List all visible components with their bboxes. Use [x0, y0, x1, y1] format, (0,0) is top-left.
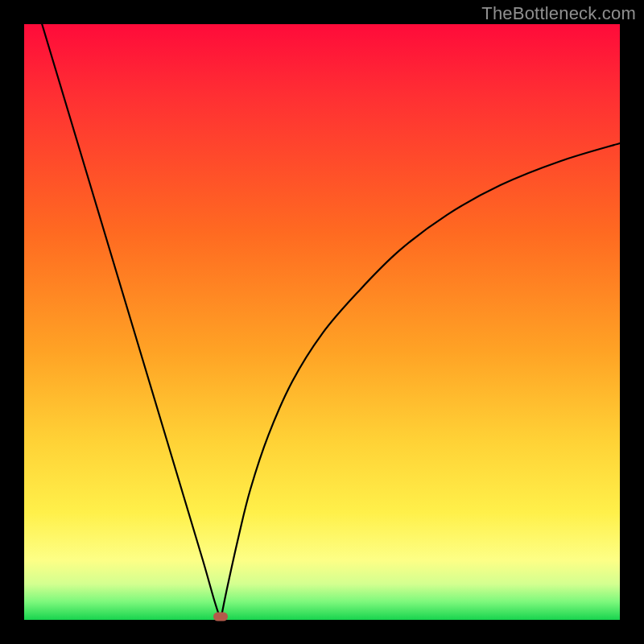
bottleneck-curve-left	[42, 24, 221, 620]
watermark-text: TheBottleneck.com	[481, 3, 636, 24]
bottleneck-curve-right	[221, 143, 620, 620]
bottleneck-minimum-marker	[213, 613, 228, 621]
chart-curve-layer	[24, 24, 620, 620]
chart-frame: TheBottleneck.com	[0, 0, 644, 644]
